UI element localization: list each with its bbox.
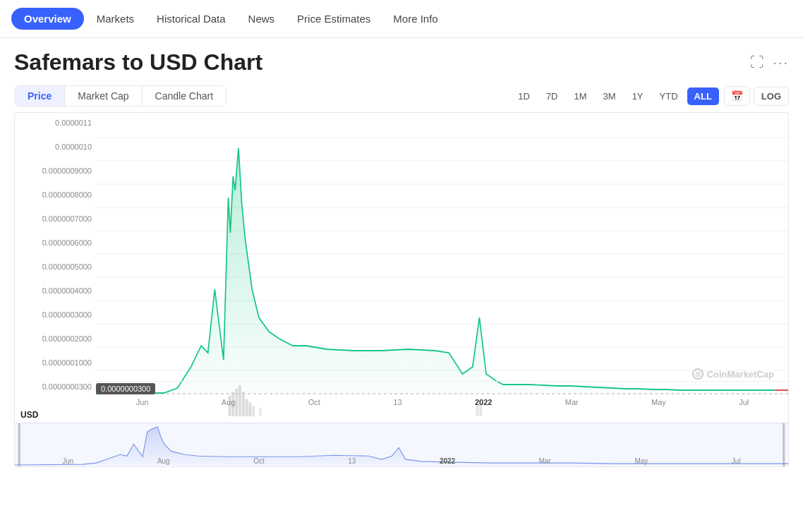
nav-item-markets[interactable]: Markets bbox=[87, 8, 144, 30]
chart-plot[interactable]: 0.0000000300 ◎ CoinMarketCap bbox=[96, 113, 788, 416]
nav-item-news[interactable]: News bbox=[239, 8, 285, 30]
y-label-9: 0.0000009000 bbox=[18, 167, 92, 175]
time-3m[interactable]: 3M bbox=[596, 87, 623, 105]
mini-x-mar: Mar bbox=[539, 457, 551, 465]
mini-x-oct: Oct bbox=[253, 457, 265, 465]
mini-x-2022: 2022 bbox=[440, 457, 455, 465]
current-price-badge: 0.0000000300 bbox=[96, 383, 155, 394]
nav-item-overview[interactable]: Overview bbox=[11, 8, 84, 30]
time-1m[interactable]: 1M bbox=[567, 87, 594, 105]
y-label-2: 0.0000002000 bbox=[18, 334, 92, 343]
more-options-icon[interactable]: ··· bbox=[773, 54, 789, 71]
time-ytd[interactable]: YTD bbox=[653, 87, 685, 105]
time-1d[interactable]: 1D bbox=[511, 87, 537, 105]
y-label-11: 0.0000011 bbox=[18, 119, 92, 127]
tab-market-cap[interactable]: Market Cap bbox=[65, 86, 142, 106]
time-7d[interactable]: 7D bbox=[539, 87, 565, 105]
y-label-8: 0.0000008000 bbox=[18, 191, 92, 199]
nav-item-more-info[interactable]: More Info bbox=[383, 8, 447, 30]
y-label-4: 0.0000004000 bbox=[18, 286, 92, 295]
chart-type-tabs: Price Market Cap Candle Chart bbox=[14, 85, 227, 107]
y-label-1: 0.0000001000 bbox=[18, 358, 92, 367]
y-label-3: 0.0000003000 bbox=[18, 310, 92, 319]
mini-x-jun: Jun bbox=[62, 457, 73, 465]
tab-price[interactable]: Price bbox=[15, 86, 65, 106]
y-label-6: 0.0000006000 bbox=[18, 238, 92, 247]
y-axis: 0.0000011 0.0000010 0.0000009000 0.00000… bbox=[15, 113, 96, 416]
y-label-10: 0.0000010 bbox=[18, 143, 92, 151]
log-button[interactable]: LOG bbox=[754, 87, 789, 106]
chart-main: 0.0000011 0.0000010 0.0000009000 0.00000… bbox=[15, 113, 788, 416]
chart-actions: ⛶ ··· bbox=[750, 54, 789, 71]
time-all[interactable]: ALL bbox=[687, 87, 719, 105]
y-label-5: 0.0000005000 bbox=[18, 262, 92, 271]
chart-title: Safemars to USD Chart bbox=[14, 49, 262, 75]
y-label-current: 0.0000000300 bbox=[18, 382, 92, 391]
navigation: Overview Markets Historical Data News Pr… bbox=[0, 0, 803, 38]
mini-x-may: May bbox=[634, 457, 648, 465]
chart-wrapper: 0.0000011 0.0000010 0.0000009000 0.00000… bbox=[14, 112, 789, 467]
mini-chart[interactable]: Jun Aug Oct 13 2022 Mar May Jul bbox=[15, 423, 788, 466]
time-1y[interactable]: 1Y bbox=[625, 87, 651, 105]
nav-item-price-estimates[interactable]: Price Estimates bbox=[287, 8, 380, 30]
svg-marker-12 bbox=[96, 148, 788, 394]
mini-x-jul: Jul bbox=[732, 457, 741, 465]
nav-item-historical[interactable]: Historical Data bbox=[147, 8, 236, 30]
calendar-button[interactable]: 📅 bbox=[724, 86, 750, 106]
tab-candle-chart[interactable]: Candle Chart bbox=[143, 86, 227, 106]
mini-x-axis: Jun Aug Oct 13 2022 Mar May Jul bbox=[15, 457, 788, 465]
expand-icon[interactable]: ⛶ bbox=[750, 54, 764, 71]
y-label-7: 0.0000007000 bbox=[18, 214, 92, 223]
mini-x-13: 13 bbox=[348, 457, 356, 465]
time-controls: 1D 7D 1M 3M 1Y YTD ALL 📅 LOG bbox=[511, 86, 789, 106]
x-axis bbox=[96, 397, 788, 416]
mini-x-aug: Aug bbox=[157, 457, 170, 465]
